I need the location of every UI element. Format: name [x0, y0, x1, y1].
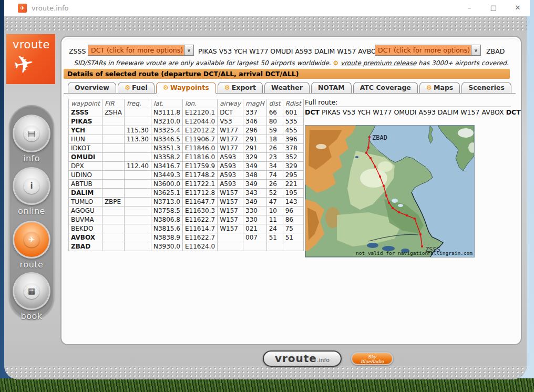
table-row[interactable]: BEKDON3815.6E11614.7W1570212475	[69, 224, 304, 233]
sidebar-button-label: online	[9, 206, 54, 216]
table-row[interactable]: BUVMAN3806.8E11622.7W1573301186	[69, 215, 304, 224]
data-cell	[124, 233, 151, 242]
data-cell	[102, 171, 124, 180]
table-row[interactable]: AGOGUN3758.5E11630.3W1573301096	[69, 207, 304, 215]
data-cell: W157	[218, 198, 243, 207]
tab-weather[interactable]: Weather	[264, 82, 310, 93]
tab-export[interactable]: ⚙Export	[218, 82, 263, 93]
map-label-zbad: ZBAD	[372, 134, 387, 141]
premium-release-link[interactable]: vroute premium release	[341, 59, 416, 67]
data-cell: 80	[266, 117, 283, 126]
tab-bar: Overview⚙Fuel⚙Waypoints⚙ExportWeatherNOT…	[64, 81, 516, 94]
data-cell: 535	[283, 117, 303, 126]
sidebar-button-label: book	[9, 311, 54, 321]
table-row[interactable]: ZBADN3930.0E11624.0	[69, 242, 304, 251]
data-cell	[102, 215, 124, 224]
gear-icon: ⚙	[333, 59, 338, 67]
data-cell: 343	[243, 189, 267, 198]
column-header-lat: lat.	[151, 99, 182, 108]
sidebar-button-info[interactable]: ▤info	[9, 115, 54, 163]
data-cell: 52	[266, 189, 283, 198]
data-cell: 59	[266, 126, 283, 135]
data-cell: 455	[283, 126, 303, 135]
data-cell: 51	[266, 233, 283, 242]
data-cell	[124, 108, 151, 117]
data-cell: 348	[243, 171, 267, 180]
tab-overview[interactable]: Overview	[68, 82, 116, 93]
data-cell: W177	[218, 144, 243, 153]
data-cell: N3351.3	[151, 144, 182, 153]
full-route-prefix: DCT	[305, 108, 320, 116]
departure-procedure-value: DCT (click for more options)	[88, 45, 184, 55]
departure-procedure-select[interactable]: DCT (click for more options) ∨	[88, 45, 194, 56]
data-cell: 296	[243, 126, 267, 135]
data-cell: E11906.7	[182, 135, 217, 144]
sidebar-button-book[interactable]: ▦book	[9, 272, 54, 321]
table-row[interactable]: UDINON3449.3E11748.2A59334874295	[69, 171, 304, 180]
data-cell: N3625.1	[151, 189, 182, 198]
tab-maps[interactable]: ⚙Maps	[419, 82, 460, 93]
data-cell: N3416.7	[151, 162, 182, 171]
data-cell: 86	[283, 215, 303, 224]
data-cell	[124, 215, 151, 224]
chevron-down-icon[interactable]: ∨	[184, 45, 193, 55]
column-header-FIR: FIR	[102, 99, 124, 108]
tab-fuel[interactable]: ⚙Fuel	[118, 82, 155, 93]
tab-label: Export	[232, 84, 256, 91]
sidebar-button-online[interactable]: ionline	[9, 167, 54, 216]
table-row[interactable]: ABTUBN3600.0E11722.1A59334926221	[69, 180, 304, 189]
waypoint-cell: ABTUB	[69, 180, 102, 189]
waypoint-cell: HUN	[69, 135, 102, 144]
table-row[interactable]: AVBOXN3838.9E11622.70075151	[69, 233, 304, 242]
departure-airport-label: ZSSS	[69, 47, 86, 55]
maximize-icon[interactable]: □	[481, 0, 506, 16]
sidebar-button-route[interactable]: ✈route	[9, 221, 54, 270]
table-row[interactable]: HUN113.30N3346.5E11906.7W17729118396	[69, 135, 304, 144]
data-cell: 329	[243, 153, 267, 162]
tab-atc-coverage[interactable]: ATC Coverage	[353, 82, 418, 93]
waypoint-cell: YCH	[69, 126, 102, 135]
minimize-icon[interactable]: –	[457, 0, 481, 16]
data-cell	[218, 233, 243, 242]
table-row[interactable]: DALIMN3625.1E11712.8W15734352195	[69, 189, 304, 198]
table-row[interactable]: TUMLOZBPEN3713.0E11647.7W15734947143	[69, 198, 304, 207]
data-cell	[124, 207, 151, 215]
tab-label: ATC Coverage	[360, 84, 411, 91]
tab-notam[interactable]: NOTAM	[311, 82, 352, 93]
data-cell: 10	[266, 207, 283, 215]
table-row[interactable]: ZSSSZSHAN3111.8E12120.1DCT33766601	[69, 108, 304, 117]
waypoint-cell: OMUDI	[69, 153, 102, 162]
tab-label: Overview	[75, 84, 109, 91]
close-icon[interactable]: ✕	[506, 0, 530, 16]
table-row[interactable]: PIKASN3210.0E12044.0V5334680535	[69, 117, 304, 126]
tab-label: Maps	[434, 84, 453, 91]
table-row[interactable]: DPX112.40N3416.7E11759.9A59334934329	[69, 162, 304, 171]
chevron-down-icon[interactable]: ∨	[471, 45, 480, 55]
notice-text-2: has 3000+ airports covered.	[416, 59, 508, 67]
tab-sceneries[interactable]: Sceneries	[461, 82, 511, 93]
arrival-airport-label: ZBAD	[486, 47, 505, 55]
table-row[interactable]: IDKOTN3351.3E11846.0W17729126378	[69, 144, 304, 153]
data-cell: 23	[266, 153, 283, 162]
arrival-procedure-select[interactable]: DCT (click for more options) ∨	[375, 45, 481, 56]
table-row[interactable]: YCH115.30N3325.4E12012.2W17729659455	[69, 126, 304, 135]
route-circle[interactable]: ✈	[13, 221, 50, 259]
data-cell	[124, 144, 151, 153]
online-circle[interactable]: i	[13, 167, 50, 205]
route-icon: ✈	[24, 232, 39, 247]
book-circle[interactable]: ▦	[13, 272, 50, 310]
airplane-icon: ✈	[11, 48, 37, 80]
data-cell: 115.30	[124, 126, 151, 135]
sidebar-button-rail: ▤infoionline✈route▦book	[9, 105, 54, 319]
window-titlebar: ✈ vroute.info – □ ✕	[4, 0, 530, 16]
info-circle[interactable]: ▤	[13, 115, 50, 152]
data-cell: 47	[266, 198, 283, 207]
footer-logo-suffix: .info	[317, 357, 330, 364]
waypoint-cell: IDKOT	[69, 144, 102, 153]
sky-blue-radio-badge[interactable]: Sky BlueRadio	[351, 352, 393, 365]
table-row[interactable]: OMUDIN3358.2E11816.0A59332923352	[69, 153, 304, 162]
data-cell: 75	[283, 224, 303, 233]
data-cell: N3325.4	[151, 126, 182, 135]
map-lake	[398, 204, 403, 207]
tab-waypoints[interactable]: ⚙Waypoints	[156, 82, 216, 94]
